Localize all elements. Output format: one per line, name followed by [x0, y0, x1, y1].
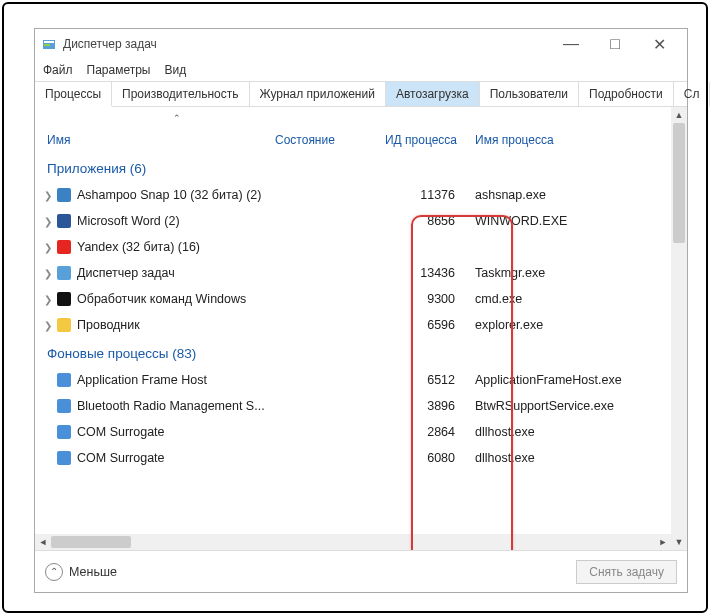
expand-icon[interactable]: ❯	[35, 242, 55, 253]
expand-icon[interactable]: ❯	[35, 216, 55, 227]
minimize-button[interactable]: —	[549, 30, 593, 58]
fewer-details-button[interactable]: ⌃ Меньше	[45, 563, 117, 581]
process-pid: 8656	[375, 214, 469, 228]
group-header: Приложения (6)	[35, 153, 687, 182]
table-row[interactable]: ❯Ashampoo Snap 10 (32 бита) (2)11376ashs…	[35, 182, 687, 208]
process-exe-name: dllhost.exe	[469, 425, 687, 439]
footer: ⌃ Меньше Снять задачу	[35, 550, 687, 592]
process-name: Microsoft Word (2)	[77, 214, 275, 228]
table-row[interactable]: COM Surrogate6080dllhost.exe	[35, 445, 687, 471]
titlebar[interactable]: Диспетчер задач — □ ✕	[35, 29, 687, 59]
vscroll-down-icon[interactable]: ▼	[671, 534, 687, 550]
process-icon	[55, 265, 73, 281]
col-header-pid[interactable]: ИД процесса	[375, 133, 469, 147]
process-icon	[55, 424, 73, 440]
process-name: Диспетчер задач	[77, 266, 275, 280]
col-header-pname[interactable]: Имя процесса	[469, 133, 687, 147]
hscroll-thumb[interactable]	[51, 536, 131, 548]
process-pid: 13436	[375, 266, 469, 280]
menu-file[interactable]: Файл	[43, 63, 73, 77]
tab-startup[interactable]: Автозагрузка	[386, 82, 480, 106]
process-pid: 11376	[375, 188, 469, 202]
end-task-button[interactable]: Снять задачу	[576, 560, 677, 584]
menu-view[interactable]: Вид	[164, 63, 186, 77]
group-header: Фоновые процессы (83)	[35, 338, 687, 367]
process-exe-name: WINWORD.EXE	[469, 214, 687, 228]
process-icon	[55, 291, 73, 307]
svg-rect-1	[44, 41, 54, 43]
process-name: Проводник	[77, 318, 275, 332]
fewer-label: Меньше	[69, 565, 117, 579]
tab-users[interactable]: Пользователи	[480, 82, 579, 106]
process-exe-name: ApplicationFrameHost.exe	[469, 373, 687, 387]
task-manager-window: Диспетчер задач — □ ✕ Файл Параметры Вид…	[34, 28, 688, 593]
process-pid: 3896	[375, 399, 469, 413]
table-row[interactable]: ❯Microsoft Word (2)8656WINWORD.EXE	[35, 208, 687, 234]
expand-icon[interactable]: ❯	[35, 190, 55, 201]
process-icon	[55, 450, 73, 466]
col-header-name[interactable]: Имя	[35, 133, 275, 147]
window-title: Диспетчер задач	[63, 37, 549, 51]
menubar: Файл Параметры Вид	[35, 59, 687, 81]
process-name: Application Frame Host	[77, 373, 275, 387]
process-list: Приложения (6)❯Ashampoo Snap 10 (32 бита…	[35, 153, 687, 534]
vscroll-up-icon[interactable]: ▲	[671, 107, 687, 123]
process-icon	[55, 317, 73, 333]
expand-icon[interactable]: ❯	[35, 294, 55, 305]
process-icon	[55, 372, 73, 388]
tab-services[interactable]: Сл	[674, 82, 710, 106]
process-name: Bluetooth Radio Management S...	[77, 399, 275, 413]
table-row[interactable]: ❯Обработчик команд Windows9300cmd.exe	[35, 286, 687, 312]
process-name: Обработчик команд Windows	[77, 292, 275, 306]
horizontal-scrollbar[interactable]: ◄ ►	[35, 534, 671, 550]
table-row[interactable]: ❯Проводник6596explorer.exe	[35, 312, 687, 338]
process-exe-name: explorer.exe	[469, 318, 687, 332]
process-name: Yandex (32 бита) (16)	[77, 240, 275, 254]
tab-processes[interactable]: Процессы	[35, 82, 112, 107]
svg-rect-2	[44, 44, 50, 46]
sort-indicator-icon: ⌃	[173, 113, 181, 123]
table-row[interactable]: Application Frame Host6512ApplicationFra…	[35, 367, 687, 393]
table-row[interactable]: ❯Диспетчер задач13436Taskmgr.exe	[35, 260, 687, 286]
process-icon	[55, 213, 73, 229]
col-header-status[interactable]: Состояние	[275, 133, 375, 147]
process-pid: 6080	[375, 451, 469, 465]
process-name: COM Surrogate	[77, 451, 275, 465]
process-name: Ashampoo Snap 10 (32 бита) (2)	[77, 188, 275, 202]
close-button[interactable]: ✕	[637, 30, 681, 58]
process-exe-name: Taskmgr.exe	[469, 266, 687, 280]
tabs: Процессы Производительность Журнал прило…	[35, 81, 687, 107]
process-name: COM Surrogate	[77, 425, 275, 439]
tab-apphistory[interactable]: Журнал приложений	[250, 82, 386, 106]
expand-icon[interactable]: ❯	[35, 320, 55, 331]
process-exe-name: cmd.exe	[469, 292, 687, 306]
process-exe-name: ashsnap.exe	[469, 188, 687, 202]
process-icon	[55, 398, 73, 414]
hscroll-left-icon[interactable]: ◄	[35, 534, 51, 550]
hscroll-right-icon[interactable]: ►	[655, 534, 671, 550]
process-pid: 9300	[375, 292, 469, 306]
tab-performance[interactable]: Производительность	[112, 82, 249, 106]
process-pid: 6596	[375, 318, 469, 332]
table-row[interactable]: COM Surrogate2864dllhost.exe	[35, 419, 687, 445]
table-row[interactable]: Bluetooth Radio Management S...3896BtwRS…	[35, 393, 687, 419]
column-headers: ⌃ Имя Состояние ИД процесса Имя процесса	[35, 107, 687, 153]
menu-options[interactable]: Параметры	[87, 63, 151, 77]
maximize-button[interactable]: □	[593, 30, 637, 58]
tab-details[interactable]: Подробности	[579, 82, 674, 106]
expand-icon[interactable]: ❯	[35, 268, 55, 279]
chevron-up-icon: ⌃	[45, 563, 63, 581]
process-icon	[55, 239, 73, 255]
process-pid: 2864	[375, 425, 469, 439]
process-icon	[55, 187, 73, 203]
content-area: ⌃ Имя Состояние ИД процесса Имя процесса…	[35, 107, 687, 550]
app-icon	[41, 36, 57, 52]
vertical-scrollbar[interactable]: ▲ ▼	[671, 107, 687, 550]
vscroll-thumb[interactable]	[673, 123, 685, 243]
table-row[interactable]: ❯Yandex (32 бита) (16)	[35, 234, 687, 260]
process-exe-name: dllhost.exe	[469, 451, 687, 465]
process-pid: 6512	[375, 373, 469, 387]
process-exe-name: BtwRSupportService.exe	[469, 399, 687, 413]
